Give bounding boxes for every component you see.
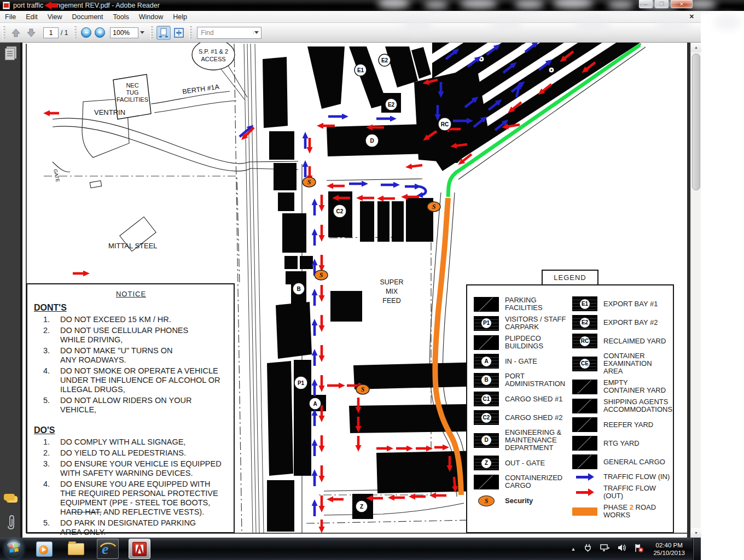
menu-bar: FileEditViewDocumentToolsWindowHelp ✕: [0, 11, 701, 23]
traffic-out-arrow-icon: [572, 489, 597, 495]
svg-text:MIX: MIX: [386, 288, 398, 295]
legend-item: REEFER YARD: [572, 417, 673, 432]
pdf-file-icon: [3, 2, 10, 9]
menu-item-document[interactable]: Document: [67, 12, 108, 22]
zoom-in-button[interactable]: +: [95, 27, 105, 38]
legend-item: BPORT ADMINISTRATION: [474, 372, 568, 388]
previous-page-button[interactable]: [9, 26, 23, 40]
show-desktop-button[interactable]: [693, 538, 701, 560]
legend-item: PHASE 2 ROAD WORKS: [572, 504, 673, 519]
legend-item-label: EMPTY CONTAINER YARD: [603, 379, 666, 394]
vertical-scrollbar[interactable]: ▲ ▼: [690, 43, 701, 538]
legend-swatch-badge: D: [474, 433, 499, 448]
svg-text:VENTRIN: VENTRIN: [94, 108, 125, 116]
close-document-icon[interactable]: ✕: [689, 13, 694, 20]
pages-panel-icon[interactable]: [5, 48, 15, 60]
legend-item-label: REEFER YARD: [603, 421, 653, 429]
menu-item-window[interactable]: Window: [134, 12, 168, 22]
svg-text:FEED: FEED: [382, 297, 400, 305]
railway-lines: [244, 44, 264, 533]
scrolling-mode-button[interactable]: [156, 26, 171, 40]
legend-item: PARKING FACILITIES: [474, 296, 568, 312]
legend-swatch-badge: A: [474, 354, 499, 369]
taskbar-adobe-reader-icon[interactable]: [129, 539, 150, 559]
menu-item-tools[interactable]: Tools: [108, 12, 134, 22]
legend-swatch-badge: P1: [474, 316, 499, 331]
find-placeholder: Find: [197, 29, 253, 37]
minimize-button[interactable]: –: [638, 0, 653, 9]
legend-box: LEGEND PARKING FACILITIESP1VISITORS / ST…: [466, 284, 674, 533]
toolbar: / 1 – + 100% Find: [0, 23, 701, 43]
legend-swatch-hatch: [474, 475, 499, 489]
navigation-pane: [0, 43, 22, 538]
taskbar-ie-icon[interactable]: e: [97, 539, 119, 559]
menu-item-file[interactable]: File: [0, 12, 21, 22]
comments-panel-icon[interactable]: [4, 494, 15, 500]
legend-swatch-hatch: [572, 417, 597, 432]
network-icon[interactable]: [600, 543, 610, 555]
svg-text:MITTAL STEEL: MITTAL STEEL: [108, 242, 158, 250]
hidden-icons-chevron[interactable]: ▲: [571, 546, 576, 552]
attachments-paperclip-icon[interactable]: [4, 514, 16, 530]
scroll-up-button[interactable]: ▲: [691, 43, 701, 52]
notice-item: 3.DO ENSURE YOUR VEHICLE IS EQUIPPED WIT…: [33, 459, 229, 478]
pdf-page[interactable]: D E F: [25, 43, 687, 538]
scroll-down-button[interactable]: ▼: [691, 528, 701, 538]
power-plug-icon[interactable]: [583, 543, 592, 555]
legend-swatch-badge: CE: [572, 357, 597, 371]
security-marker-icon: S: [474, 493, 499, 508]
scrollbar-thumb[interactable]: [692, 54, 700, 190]
legend-item: SSecurity: [474, 493, 568, 508]
svg-text:A: A: [313, 401, 317, 407]
legend-item: RCRECLAIMED YARD: [572, 334, 673, 348]
menu-item-view[interactable]: View: [43, 12, 67, 22]
legend-item: PLIPDECO BUILDINGS: [474, 335, 568, 350]
zoom-dropdown-caret-icon[interactable]: [140, 31, 144, 34]
next-page-button[interactable]: [24, 26, 38, 40]
notice-item: 5.DO NOT ALLOW RIDERS ON YOUR VEHICLE,: [33, 396, 229, 415]
taskbar-wmp-icon[interactable]: [33, 539, 55, 559]
svg-text:S: S: [307, 178, 311, 186]
action-center-flag-icon[interactable]: [633, 543, 644, 555]
legend-column-left: PARKING FACILITIESP1VISITORS / STAFF CAR…: [474, 296, 568, 512]
legend-item: EMPTY CONTAINER YARD: [572, 379, 673, 394]
svg-text:P1: P1: [298, 380, 305, 386]
svg-text:Z: Z: [360, 504, 363, 510]
legend-item: E1EXPORT BAY #1: [572, 296, 673, 311]
legend-item-label: RECLAIMED YARD: [603, 337, 666, 345]
window-title-left: port traffic: [13, 2, 43, 9]
red-arrow-annotation-icon: [44, 2, 51, 9]
tray-clock[interactable]: 02:40 PM 25/10/2013: [653, 541, 685, 557]
start-button[interactable]: [4, 539, 24, 558]
svg-text:S: S: [432, 203, 436, 211]
restore-button[interactable]: ❐: [654, 0, 669, 9]
title-bar[interactable]: port traffic angement REV.pdf - Adobe Re…: [0, 0, 701, 11]
windows-flag-icon: [4, 539, 24, 558]
svg-text:ACCESS: ACCESS: [201, 56, 225, 62]
find-input[interactable]: Find: [197, 27, 261, 39]
fit-width-button[interactable]: [172, 26, 186, 40]
menu-item-edit[interactable]: Edit: [21, 12, 43, 22]
menu-item-help[interactable]: Help: [168, 12, 192, 22]
document-area: D E F: [0, 43, 701, 538]
legend-swatch-badge: RC: [572, 334, 597, 348]
svg-text:S: S: [319, 271, 323, 279]
svg-text:D: D: [370, 138, 374, 144]
legend-title: LEGEND: [542, 270, 598, 285]
legend-item-label: ENGINEERING & MAINTENANCE DEPARTMENT: [505, 429, 561, 452]
volume-icon[interactable]: [617, 543, 626, 555]
legend-item-label: CONTAINERIZED CARGO: [505, 474, 562, 489]
legend-item: TRAFFIC FLOW (OUT): [572, 485, 673, 500]
page-number-input[interactable]: [43, 27, 59, 38]
notice-box: NOTICE DONT'S 1.DO NOT EXCEED 15 KM / HR…: [26, 283, 235, 533]
close-button[interactable]: ✕: [670, 0, 693, 9]
legend-item-label: EXPORT BAY #2: [603, 319, 658, 326]
find-dropdown-caret-icon[interactable]: [253, 31, 261, 34]
zoom-out-button[interactable]: –: [81, 27, 91, 38]
legend-item: RTG YARD: [572, 436, 673, 451]
taskbar-explorer-icon[interactable]: [65, 539, 87, 559]
adobe-reader-logo: [134, 544, 145, 554]
zoom-level-value[interactable]: 100%: [110, 27, 138, 38]
taskbar: e ▲ 02:40 PM 25/10/2013: [0, 538, 701, 560]
legend-item: P1VISITORS / STAFF CARPARK: [474, 316, 568, 331]
